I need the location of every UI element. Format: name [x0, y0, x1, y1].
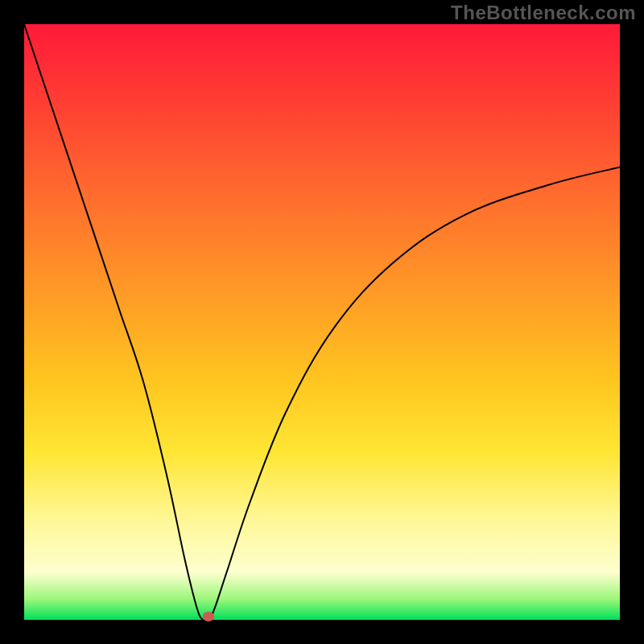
watermark-text: TheBottleneck.com — [451, 2, 636, 24]
curve-svg — [24, 24, 620, 620]
plot-area — [24, 24, 620, 620]
optimal-point-marker — [203, 612, 214, 621]
bottleneck-curve — [24, 24, 620, 621]
chart-frame: TheBottleneck.com — [0, 0, 644, 644]
